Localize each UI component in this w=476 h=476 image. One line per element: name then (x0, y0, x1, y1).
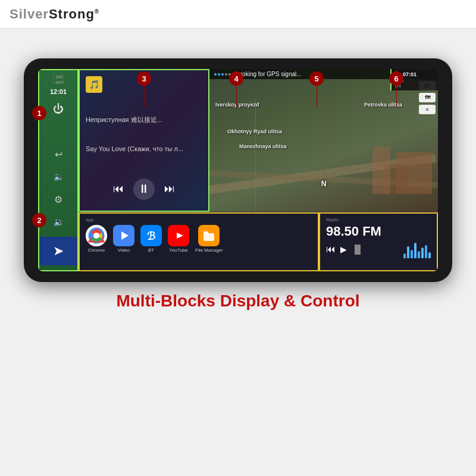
gps-time: 07:01 (403, 71, 416, 77)
home-icon[interactable] (49, 122, 68, 141)
mic-label: ↑ MIC (53, 75, 64, 79)
video-label: Video (118, 248, 130, 253)
youtube-label: YouTube (169, 248, 187, 253)
navigation-arrow[interactable]: ➤ (39, 237, 77, 265)
annotation-3: 3 (137, 71, 151, 86)
music-controls: ⏮ ⏸ ⏭ (86, 174, 202, 205)
svg-rect-12 (203, 233, 214, 241)
app-icons: Chrome (86, 225, 312, 253)
map-label-1: Iverskoy proyezd (215, 102, 259, 108)
chrome-label: Chrome (88, 248, 105, 253)
footer-text: Multi-Blocks Display & Control (116, 282, 359, 315)
music-title-line2: Say You Love (Скажи, что ты л... (86, 145, 202, 154)
annotation-5: 5 (309, 71, 324, 86)
volume-up-icon[interactable]: 🔉 (49, 212, 68, 231)
map-widget: Looking for GPS signal... Iverskoy proye… (209, 69, 438, 212)
equalizer-bars (403, 240, 431, 258)
car-stereo-device: ↑ MIC ↑ ANT 12:01 ⏻ (24, 58, 452, 282)
app-tray-label: app (86, 217, 312, 223)
annotation-1: 1 (32, 106, 46, 120)
video-app[interactable]: Video (113, 225, 134, 253)
annotation-2: 2 (32, 213, 46, 227)
radio-frequency: 98.50 FM (326, 225, 431, 238)
brand-logo: SilverStrong® (10, 7, 99, 22)
screen: ↑ MIC ↑ ANT 12:01 ⏻ (38, 69, 438, 271)
map-label-3: Okhotnyy Ryad ulitsa (227, 129, 282, 134)
map-view-button[interactable]: 🗺 (419, 93, 436, 102)
brand-registered: ® (95, 8, 99, 14)
bt-app[interactable]: ℬ BT (140, 225, 162, 253)
youtube-icon (168, 225, 189, 246)
radio-prev-button[interactable]: ⏮ (326, 244, 336, 255)
app-tray: app (79, 212, 319, 271)
music-title-line1: Неприступная 难以接近... (86, 115, 202, 124)
sidebar: ↑ MIC ↑ ANT 12:01 ⏻ (38, 69, 79, 271)
svg-point-4 (93, 233, 99, 239)
radio-controls: ⏮ ▶ ▐▌ (326, 244, 364, 255)
time-display: 12:01 (50, 88, 67, 95)
back-icon[interactable]: ↩ (49, 145, 68, 164)
radio-widget: Radio 98.50 FM ⏮ ▶ ▐▌ (319, 212, 438, 271)
radio-label: Radio (326, 217, 431, 223)
header: SilverStrong® (0, 0, 476, 29)
power-icon[interactable]: ⏻ (49, 99, 68, 118)
gps-status-text: Looking for GPS signal... (236, 71, 302, 77)
map-label-4: Manezhnaya ulitsa (239, 143, 287, 149)
file-manager-app[interactable]: File Manager (195, 225, 223, 253)
chrome-app[interactable]: Chrome (86, 225, 107, 253)
play-pause-button[interactable]: ⏸ (133, 178, 155, 200)
prev-button[interactable]: ⏮ (113, 183, 124, 195)
top-section: 🎵 Неприступная 难以接近... Say You Love (Ска… (79, 69, 438, 212)
settings-icon[interactable]: ⚙ (49, 190, 68, 209)
bt-label: BT (148, 248, 154, 253)
brand-strong: Strong (49, 7, 95, 21)
file-manager-label: File Manager (195, 248, 223, 253)
map-menu-button[interactable]: ≡ (419, 105, 436, 114)
radio-bars-icon: ▐▌ (352, 245, 364, 254)
svg-text:ℬ: ℬ (147, 230, 155, 242)
next-button[interactable]: ⏭ (164, 183, 175, 195)
bottom-section: app (79, 212, 438, 271)
annotation-6: 6 (389, 71, 403, 86)
screen-main: 🎵 Неприступная 难以接近... Say You Love (Ска… (79, 69, 438, 271)
main-content: 1 2 3 4 5 6 (0, 29, 476, 327)
radio-play-button[interactable]: ▶ (340, 245, 347, 254)
wifi-label: ↑ ANT (52, 80, 64, 84)
volume-down-icon[interactable]: 🔈 (49, 167, 68, 186)
brand-silver: Silver (10, 7, 49, 21)
annotation-4: 4 (229, 71, 243, 86)
youtube-app[interactable]: YouTube (168, 225, 189, 253)
